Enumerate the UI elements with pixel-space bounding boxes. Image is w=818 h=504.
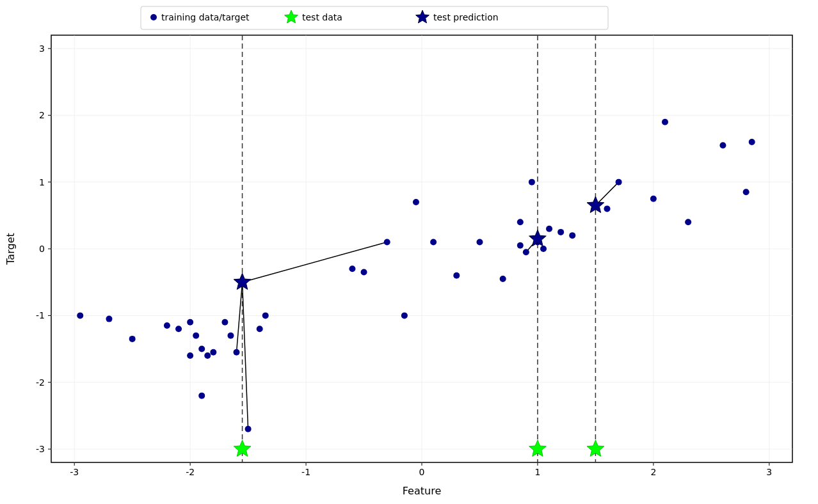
training-data-point bbox=[453, 272, 460, 279]
training-data-point bbox=[164, 322, 170, 329]
svg-text:1: 1 bbox=[39, 177, 45, 187]
training-data-point bbox=[517, 219, 524, 225]
training-data-point bbox=[234, 349, 240, 356]
training-data-point bbox=[361, 269, 367, 276]
svg-text:2: 2 bbox=[39, 110, 45, 120]
chart-container: -3-2-10123-3-2-10123FeatureTargettrainin… bbox=[0, 0, 818, 504]
svg-text:-3: -3 bbox=[70, 467, 79, 477]
training-data-point bbox=[227, 333, 234, 339]
svg-text:-2: -2 bbox=[36, 377, 45, 388]
training-data-point bbox=[204, 352, 211, 359]
training-data-point bbox=[210, 349, 216, 356]
svg-text:0: 0 bbox=[419, 467, 425, 477]
training-data-point bbox=[198, 346, 205, 352]
training-data-point bbox=[685, 219, 691, 225]
training-data-point bbox=[187, 352, 193, 359]
training-data-point bbox=[430, 239, 437, 246]
training-data-point bbox=[187, 319, 193, 326]
training-data-point bbox=[349, 265, 355, 272]
training-data-point bbox=[106, 316, 112, 322]
legend-test-data-label: test data bbox=[302, 12, 342, 22]
training-data-point bbox=[221, 319, 228, 326]
svg-text:-2: -2 bbox=[186, 467, 195, 477]
training-data-point bbox=[557, 229, 564, 235]
legend-training-dot bbox=[150, 14, 157, 20]
training-data-point bbox=[662, 119, 668, 125]
svg-text:-1: -1 bbox=[36, 310, 45, 320]
training-data-point bbox=[604, 205, 611, 212]
training-data-point bbox=[743, 189, 750, 195]
training-data-point bbox=[719, 142, 726, 148]
training-data-point bbox=[384, 239, 390, 246]
training-data-point bbox=[257, 326, 263, 332]
training-data-point bbox=[500, 276, 506, 282]
training-data-point bbox=[523, 249, 529, 255]
training-data-point bbox=[517, 242, 524, 249]
training-data-point bbox=[650, 196, 657, 202]
training-data-point bbox=[193, 333, 199, 339]
training-data-point bbox=[616, 179, 622, 185]
training-data-point bbox=[476, 239, 483, 246]
training-data-point bbox=[129, 336, 136, 342]
training-data-point bbox=[540, 246, 547, 252]
svg-text:1: 1 bbox=[534, 467, 540, 477]
training-data-point bbox=[569, 232, 575, 239]
svg-text:2: 2 bbox=[650, 467, 656, 477]
training-data-point bbox=[401, 312, 408, 319]
training-data-point bbox=[198, 393, 205, 399]
training-data-point bbox=[175, 326, 182, 332]
svg-text:3: 3 bbox=[766, 467, 772, 477]
training-data-point bbox=[546, 226, 552, 232]
training-data-point bbox=[245, 426, 252, 432]
y-axis-label: Target bbox=[4, 233, 17, 265]
legend-test-prediction-label: test prediction bbox=[433, 12, 499, 22]
svg-text:-1: -1 bbox=[301, 467, 310, 477]
training-data-point bbox=[77, 312, 83, 319]
svg-text:0: 0 bbox=[39, 244, 45, 254]
training-data-point bbox=[749, 139, 755, 145]
scatter-plot: -3-2-10123-3-2-10123FeatureTargettrainin… bbox=[0, 0, 818, 504]
x-axis-label: Feature bbox=[403, 485, 441, 497]
training-data-point bbox=[413, 199, 419, 205]
svg-text:3: 3 bbox=[39, 43, 45, 54]
training-data-point bbox=[529, 179, 535, 185]
legend-training-label: training data/target bbox=[161, 12, 250, 22]
training-data-point bbox=[262, 312, 269, 319]
svg-text:-3: -3 bbox=[36, 444, 45, 454]
